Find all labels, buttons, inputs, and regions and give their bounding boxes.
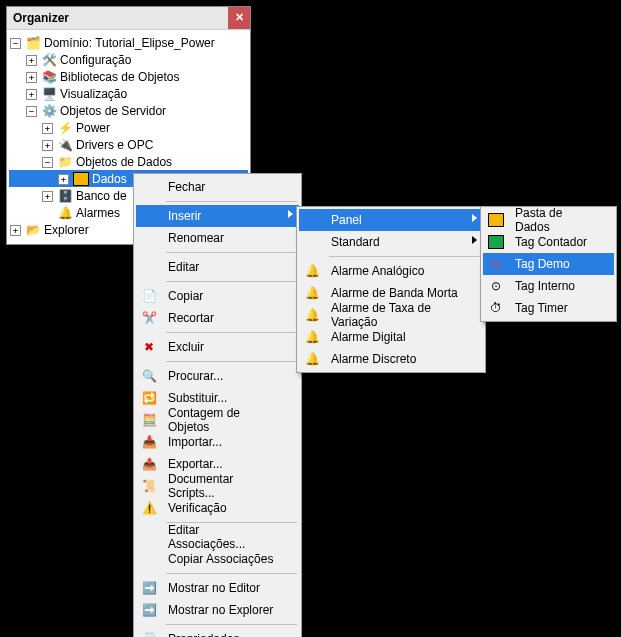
panel-titlebar: Organizer ✕ <box>7 7 250 30</box>
close-button[interactable]: ✕ <box>228 7 250 29</box>
menu-edassoc[interactable]: Editar Associações... <box>136 526 299 548</box>
tree-row-root[interactable]: − 🗂️ Domínio: Tutorial_Elipse_Power <box>9 34 248 51</box>
tree-row-power[interactable]: + ⚡ Power <box>9 119 248 136</box>
tree-row-visual[interactable]: + 🖥️ Visualização <box>9 85 248 102</box>
power-icon: ⚡ <box>57 120 73 136</box>
alarm-icon: 🔔 <box>304 285 320 301</box>
menu-tag-timer[interactable]: ⏱Tag Timer <box>483 297 614 319</box>
menu-separator <box>166 573 297 574</box>
tree-row-objdados[interactable]: − 📁 Objetos de Dados <box>9 153 248 170</box>
tree-row-drivers[interactable]: + 🔌 Drivers e OPC <box>9 136 248 153</box>
menu-label: Renomear <box>168 231 224 245</box>
menu-renomear[interactable]: Renomear <box>136 227 299 249</box>
menu-fechar[interactable]: Fechar <box>136 176 299 198</box>
demo-icon: ∿ <box>488 256 504 272</box>
counter-icon <box>488 234 504 250</box>
tree-label: Alarmes <box>76 206 124 220</box>
find-icon: 🔍 <box>141 368 157 384</box>
script-icon: 📜 <box>141 478 157 494</box>
expand-icon[interactable]: + <box>26 72 37 83</box>
menu-alarme-discreto[interactable]: 🔔Alarme Discreto <box>299 348 483 370</box>
display-icon: 🖥️ <box>41 86 57 102</box>
tree-row-servidor[interactable]: − ⚙️ Objetos de Servidor <box>9 102 248 119</box>
menu-label: Tag Contador <box>515 235 587 249</box>
menu-mostrar-editor[interactable]: ➡️Mostrar no Editor <box>136 577 299 599</box>
menu-label: Importar... <box>168 435 222 449</box>
tree-label: Visualização <box>60 87 131 101</box>
menu-recortar[interactable]: ✂️Recortar <box>136 307 299 329</box>
delete-icon: ✖ <box>141 339 157 355</box>
gear-icon: ⚙️ <box>41 103 57 119</box>
tree-label: Drivers e OPC <box>76 138 157 152</box>
menu-separator <box>166 361 297 362</box>
menu-label: Alarme de Banda Morta <box>331 286 458 300</box>
insert-submenu: Panel Standard 🔔Alarme Analógico 🔔Alarme… <box>296 206 486 373</box>
expand-icon[interactable]: + <box>26 89 37 100</box>
menu-panel[interactable]: Panel <box>299 209 483 231</box>
collapse-icon[interactable]: − <box>26 106 37 117</box>
menu-tag-contador[interactable]: Tag Contador <box>483 231 614 253</box>
menu-label: Editar Associações... <box>168 523 277 551</box>
timer-icon: ⏱ <box>488 300 504 316</box>
menu-label: Alarme Discreto <box>331 352 416 366</box>
bell-icon: 🔔 <box>57 205 73 221</box>
menu-standard[interactable]: Standard <box>299 231 483 253</box>
menu-label: Fechar <box>168 180 205 194</box>
collapse-icon[interactable]: − <box>42 157 53 168</box>
menu-label: Alarme de Taxa de Variação <box>331 301 461 329</box>
alarm-icon: 🔔 <box>304 351 320 367</box>
collapse-icon[interactable]: − <box>10 38 21 49</box>
menu-tag-interno[interactable]: ⊙Tag Interno <box>483 275 614 297</box>
menu-separator <box>166 252 297 253</box>
menu-verificacao[interactable]: ⚠️Verificação <box>136 497 299 519</box>
menu-label: Contagem de Objetos <box>168 406 277 434</box>
tree-row-bibl[interactable]: + 📚 Bibliotecas de Objetos <box>9 68 248 85</box>
menu-separator <box>166 332 297 333</box>
tree-label: Domínio: Tutorial_Elipse_Power <box>44 36 219 50</box>
tree-row-config[interactable]: + 🛠️ Configuração <box>9 51 248 68</box>
menu-label: Recortar <box>168 311 214 325</box>
tree-label: Banco de <box>76 189 131 203</box>
menu-label: Inserir <box>168 209 201 223</box>
expand-icon[interactable]: + <box>42 191 53 202</box>
menu-props[interactable]: 🗒️Propriedades <box>136 628 299 637</box>
menu-label: Mostrar no Explorer <box>168 603 273 617</box>
expand-icon[interactable]: + <box>10 225 21 236</box>
editor-icon: ➡️ <box>141 580 157 596</box>
menu-label: Panel <box>331 213 362 227</box>
expand-icon[interactable]: + <box>42 140 53 151</box>
expand-icon[interactable]: + <box>42 123 53 134</box>
menu-docscripts[interactable]: 📜Documentar Scripts... <box>136 475 299 497</box>
internal-icon: ⊙ <box>488 278 504 294</box>
expand-icon[interactable]: + <box>26 55 37 66</box>
menu-label: Mostrar no Editor <box>168 581 260 595</box>
submenu-arrow-icon <box>472 236 477 244</box>
menu-label: Substituir... <box>168 391 227 405</box>
menu-excluir[interactable]: ✖Excluir <box>136 336 299 358</box>
menu-alarme-taxa-variacao[interactable]: 🔔Alarme de Taxa de Variação <box>299 304 483 326</box>
menu-contagem[interactable]: 🧮Contagem de Objetos <box>136 409 299 431</box>
menu-alarme-analogico[interactable]: 🔔Alarme Analógico <box>299 260 483 282</box>
menu-pasta-dados[interactable]: Pasta de Dados <box>483 209 614 231</box>
menu-inserir[interactable]: Inserir <box>136 205 299 227</box>
menu-separator <box>329 256 481 257</box>
tree-label: Explorer <box>44 223 93 237</box>
menu-importar[interactable]: 📥Importar... <box>136 431 299 453</box>
menu-cpassoc[interactable]: Copiar Associações <box>136 548 299 570</box>
submenu-arrow-icon <box>472 214 477 222</box>
import-icon: 📥 <box>141 434 157 450</box>
menu-label: Copiar <box>168 289 203 303</box>
panel-title-text: Organizer <box>13 11 69 25</box>
config-icon: 🛠️ <box>41 52 57 68</box>
expand-icon[interactable]: + <box>58 174 69 185</box>
menu-alarme-digital[interactable]: 🔔Alarme Digital <box>299 326 483 348</box>
menu-procurar[interactable]: 🔍Procurar... <box>136 365 299 387</box>
submenu-arrow-icon <box>288 210 293 218</box>
menu-tag-demo[interactable]: ∿Tag Demo <box>483 253 614 275</box>
menu-label: Tag Demo <box>515 257 570 271</box>
menu-copiar[interactable]: 📄Copiar <box>136 285 299 307</box>
menu-label: Copiar Associações <box>168 552 273 566</box>
menu-label: Alarme Digital <box>331 330 406 344</box>
menu-editar[interactable]: Editar <box>136 256 299 278</box>
menu-mostrar-explorer[interactable]: ➡️Mostrar no Explorer <box>136 599 299 621</box>
